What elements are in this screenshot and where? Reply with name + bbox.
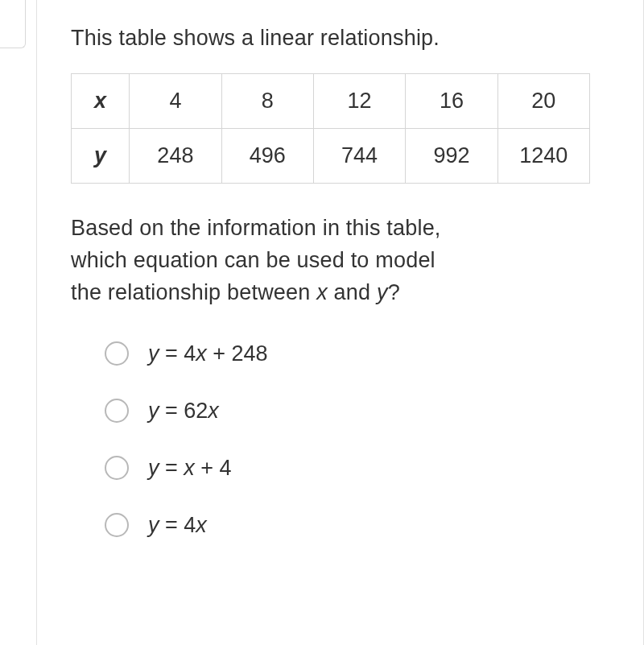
table-cell: 4 [130,74,221,129]
table-cell: 8 [221,74,313,129]
option-label: y = 4x [148,513,207,538]
radio-button[interactable] [105,399,129,423]
table-cell: 496 [221,129,313,184]
variable-x: x [316,280,328,304]
table-cell: 20 [497,74,589,129]
radio-button[interactable] [105,456,129,480]
question-line: ? [388,280,400,304]
table-row: y 248 496 744 992 1240 [72,129,590,184]
question-line: the relationship between [71,280,316,304]
table-cell: 12 [313,74,405,129]
variable-y: y [377,280,388,304]
table-cell: 248 [130,129,221,184]
data-table: x 4 8 12 16 20 y 248 496 744 992 1240 [71,73,590,184]
question-text: Based on the information in this table, … [71,213,613,309]
question-line: Based on the information in this table, [71,216,441,240]
option-label: y = 4x + 248 [148,341,268,366]
row-header-y: y [72,129,130,184]
option-b[interactable]: y = 62x [105,399,613,424]
table-row: x 4 8 12 16 20 [72,74,590,129]
left-edge-tab [0,0,26,48]
table-cell: 992 [406,129,497,184]
option-a[interactable]: y = 4x + 248 [105,341,613,366]
option-c[interactable]: y = x + 4 [105,456,613,481]
radio-button[interactable] [105,513,129,537]
question-line: which equation can be used to model [71,248,436,272]
option-d[interactable]: y = 4x [105,513,613,538]
options-group: y = 4x + 248 y = 62x y = x + 4 y = 4x [71,341,613,538]
table-cell: 744 [313,129,405,184]
question-line: and [328,280,377,304]
table-cell: 16 [406,74,497,129]
table-cell: 1240 [497,129,589,184]
row-header-x: x [72,74,130,129]
option-label: y = 62x [148,399,219,424]
option-label: y = x + 4 [148,456,232,481]
radio-button[interactable] [105,341,129,366]
intro-text: This table shows a linear relationship. [71,26,613,51]
question-panel: This table shows a linear relationship. … [36,0,644,645]
